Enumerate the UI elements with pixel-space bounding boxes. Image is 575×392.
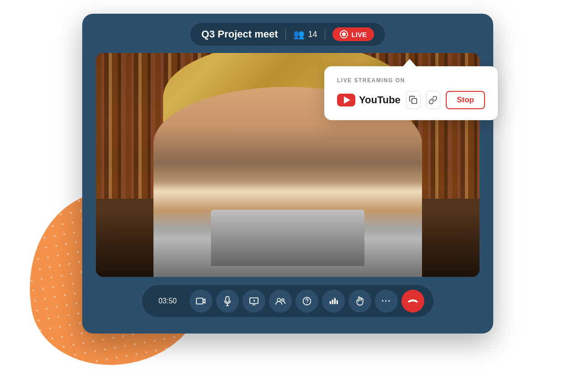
participants-button[interactable] (269, 290, 292, 313)
meeting-title: Q3 Project meet (201, 28, 278, 40)
header-bar: Q3 Project meet 👥 14 LIVE (190, 23, 385, 46)
help-button[interactable] (295, 290, 318, 313)
live-dot-icon (340, 30, 348, 38)
divider-2 (325, 29, 325, 40)
svg-point-5 (282, 299, 284, 301)
youtube-logo: YouTube (337, 94, 401, 106)
svg-rect-8 (330, 301, 331, 304)
svg-rect-9 (332, 300, 333, 304)
live-badge: LIVE (332, 27, 374, 41)
controls-bar: 03:50 (142, 285, 433, 317)
stats-button[interactable] (322, 290, 345, 313)
streaming-popup: LIVE STREAMING ON YouTube Stop (324, 66, 498, 120)
svg-point-4 (277, 298, 280, 302)
svg-point-7 (306, 302, 307, 303)
stop-button[interactable]: Stop (446, 91, 485, 109)
youtube-text: YouTube (359, 94, 401, 106)
streaming-popup-title: LIVE STREAMING ON (337, 77, 485, 84)
svg-rect-10 (334, 298, 336, 304)
participants-number: 14 (308, 30, 317, 39)
participants-icon: 👥 (293, 29, 305, 40)
end-call-button[interactable] (401, 290, 424, 313)
video-gradient (96, 187, 480, 277)
camera-button[interactable] (190, 290, 212, 313)
link-button[interactable] (426, 91, 441, 109)
svg-rect-0 (226, 297, 229, 302)
svg-rect-12 (411, 99, 417, 104)
youtube-play-icon (337, 94, 355, 106)
streaming-row: YouTube Stop (337, 91, 485, 109)
divider (285, 29, 286, 40)
microphone-button[interactable] (216, 290, 239, 313)
conference-panel: Q3 Project meet 👥 14 LIVE 03:50 (82, 14, 493, 334)
participants-count: 👥 14 (293, 29, 317, 40)
timer-display: 03:50 (151, 294, 184, 308)
screen-share-button[interactable] (243, 290, 265, 313)
more-options-button[interactable]: ··· (375, 290, 398, 313)
copy-button[interactable] (406, 91, 421, 109)
live-label: LIVE (352, 31, 367, 38)
svg-rect-11 (337, 300, 338, 304)
reactions-button[interactable] (348, 290, 371, 313)
